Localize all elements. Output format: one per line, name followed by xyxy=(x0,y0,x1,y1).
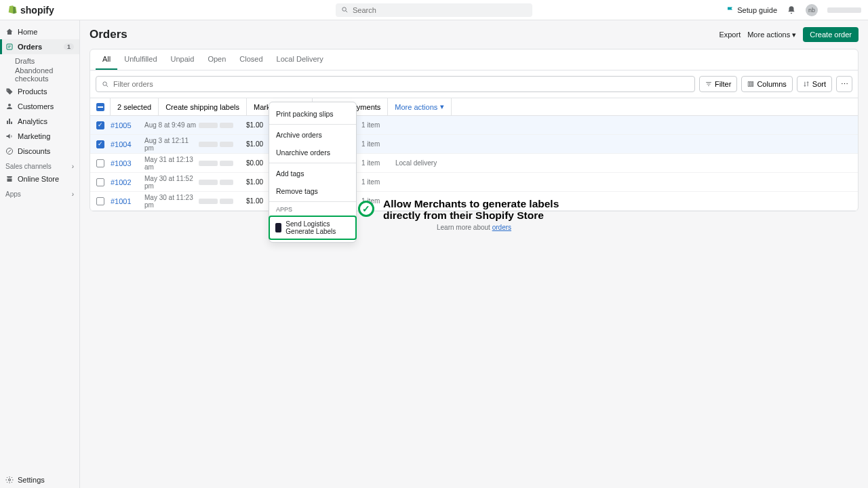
row-checkbox[interactable] xyxy=(96,159,104,167)
order-id-link[interactable]: #1003 xyxy=(111,159,144,167)
export-button[interactable]: Export xyxy=(719,30,741,39)
order-items: 1 item xyxy=(361,121,395,129)
row-checkbox[interactable] xyxy=(96,121,104,129)
analytics-icon xyxy=(5,117,14,125)
bulk-create-labels[interactable]: Create shipping labels xyxy=(159,98,247,115)
row-checkbox[interactable] xyxy=(96,197,104,205)
customers-icon xyxy=(5,102,14,110)
svg-line-7 xyxy=(106,85,108,86)
svg-point-0 xyxy=(342,7,347,12)
dd-add-tags[interactable]: Add tags xyxy=(269,165,356,182)
bulk-select-all[interactable] xyxy=(90,98,111,115)
order-customer-redacted xyxy=(199,121,246,129)
sidebar-sub-drafts[interactable]: Drafts xyxy=(0,54,79,68)
sidebar-item-online-store[interactable]: Online Store xyxy=(0,171,79,186)
filter-button[interactable]: Filter xyxy=(699,76,737,92)
sidebar-item-analytics[interactable]: Analytics xyxy=(0,114,79,129)
columns-button[interactable]: Columns xyxy=(741,76,792,92)
sidebar-sub-abandoned[interactable]: Abandoned checkouts xyxy=(0,68,79,81)
page-header: Orders Export More actions ▾ Create orde… xyxy=(90,27,859,42)
kebab-icon: ⋯ xyxy=(841,80,848,89)
chevron-right-icon: › xyxy=(72,163,74,170)
filter-row: Filter Columns Sort ⋯ xyxy=(90,70,858,98)
tab-local-delivery[interactable]: Local Delivery xyxy=(270,49,330,70)
order-items: 1 item xyxy=(361,178,395,186)
dd-print-packing-slips[interactable]: Print packing slips xyxy=(269,105,356,123)
order-customer-redacted xyxy=(199,197,246,205)
more-actions-button[interactable]: More actions ▾ xyxy=(747,30,796,39)
search-input[interactable] xyxy=(353,6,527,14)
order-id-link[interactable]: #1002 xyxy=(111,178,144,186)
order-date: May 31 at 12:13 am xyxy=(144,156,199,171)
order-id-link[interactable]: #1005 xyxy=(111,121,144,129)
row-checkbox[interactable] xyxy=(96,178,104,186)
sidebar-item-orders[interactable]: Orders 1 xyxy=(0,39,79,54)
sort-icon xyxy=(803,81,810,87)
discounts-icon xyxy=(5,147,14,155)
sidebar-item-discounts[interactable]: Discounts xyxy=(0,144,79,159)
dd-app-send-logistics[interactable]: Send Logistics Generate Labels xyxy=(269,216,357,240)
search-icon xyxy=(102,81,109,88)
filter-orders-input-wrap[interactable] xyxy=(96,76,695,92)
row-checkbox-cell xyxy=(90,140,111,148)
order-delivery: Local delivery xyxy=(395,159,450,167)
tab-unpaid[interactable]: Unpaid xyxy=(164,49,201,70)
bell-icon[interactable] xyxy=(787,5,796,15)
tab-open[interactable]: Open xyxy=(201,49,233,70)
app-icon xyxy=(275,223,281,232)
row-checkbox-cell xyxy=(90,197,111,205)
columns-icon xyxy=(747,81,754,87)
sidebar-item-products[interactable]: Products xyxy=(0,84,79,99)
products-icon xyxy=(5,87,14,96)
row-checkbox[interactable] xyxy=(96,140,104,148)
filter-orders-input[interactable] xyxy=(113,80,689,88)
create-order-button[interactable]: Create order xyxy=(803,27,859,42)
page-title: Orders xyxy=(90,28,127,41)
sidebar: Home Orders 1 Drafts Abandoned checkouts… xyxy=(0,20,80,488)
order-id-link[interactable]: #1004 xyxy=(111,140,144,148)
nav-section-apps[interactable]: Apps › xyxy=(0,186,79,199)
nav-section-sales-channels[interactable]: Sales channels › xyxy=(0,159,79,171)
order-date: May 30 at 11:23 pm xyxy=(144,194,199,209)
order-customer-redacted xyxy=(199,178,246,186)
search-icon xyxy=(341,6,349,14)
caret-down-icon: ▾ xyxy=(440,102,444,111)
search-bar[interactable] xyxy=(336,3,532,17)
sort-button[interactable]: Sort xyxy=(797,76,832,92)
sidebar-item-customers[interactable]: Customers xyxy=(0,99,79,114)
tab-unfulfilled[interactable]: Unfulfilled xyxy=(117,49,163,70)
svg-point-5 xyxy=(9,479,11,481)
logo[interactable]: shopify xyxy=(7,5,54,16)
dd-archive-orders[interactable]: Archive orders xyxy=(269,126,356,144)
svg-rect-9 xyxy=(751,82,752,87)
shopify-icon xyxy=(7,5,18,16)
bulk-more-actions[interactable]: More actions ▾ xyxy=(388,98,452,115)
avatar[interactable]: nb xyxy=(806,4,818,16)
sidebar-item-home[interactable]: Home xyxy=(0,24,79,39)
kebab-button[interactable]: ⋯ xyxy=(836,76,852,92)
order-items: 1 item xyxy=(361,159,395,167)
row-checkbox-cell xyxy=(90,121,111,129)
chevron-right-icon: › xyxy=(72,190,74,198)
tab-all[interactable]: All xyxy=(96,49,117,70)
tab-closed[interactable]: Closed xyxy=(233,49,269,70)
gear-icon xyxy=(5,476,14,484)
table-row[interactable]: #1002 May 30 at 11:52 pm $1.00 1 item xyxy=(90,173,858,192)
order-customer-redacted xyxy=(199,159,246,167)
table-row[interactable]: #1004 Aug 3 at 12:11 pm $1.00 1 item xyxy=(90,135,858,154)
dd-remove-tags[interactable]: Remove tags xyxy=(269,182,356,200)
order-date: Aug 3 at 12:11 pm xyxy=(144,137,199,152)
table-row[interactable]: #1003 May 31 at 12:13 am $0.00 1 item Lo… xyxy=(90,154,858,173)
sidebar-item-marketing[interactable]: Marketing xyxy=(0,129,79,144)
dd-unarchive-orders[interactable]: Unarchive orders xyxy=(269,144,356,161)
learn-more-link[interactable]: orders xyxy=(492,224,511,231)
row-checkbox-cell xyxy=(90,178,111,186)
bulk-checkbox[interactable] xyxy=(96,103,104,111)
more-actions-dropdown: Print packing slips Archive orders Unarc… xyxy=(269,102,357,243)
sidebar-item-settings[interactable]: Settings xyxy=(0,472,79,488)
order-id-link[interactable]: #1001 xyxy=(111,197,144,205)
order-date: Aug 8 at 9:49 am xyxy=(144,121,199,129)
table-row[interactable]: #1005 Aug 8 at 9:49 am $1.00 1 item xyxy=(90,116,858,135)
bulk-selected-count[interactable]: 2 selected xyxy=(111,98,159,115)
setup-guide-link[interactable]: Setup guide xyxy=(726,6,777,14)
